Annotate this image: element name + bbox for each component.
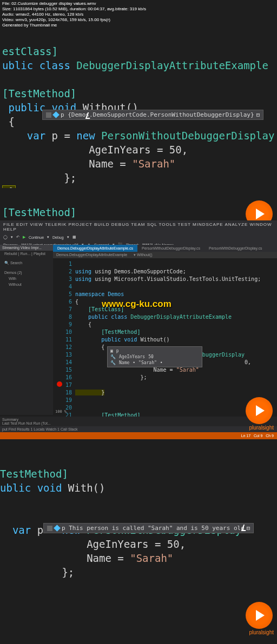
panel-1: File: 02.Customize debugger display valu… bbox=[0, 0, 277, 188]
play-button-3[interactable] bbox=[246, 602, 273, 629]
breadcrumb[interactable]: Demos.DebuggerDisplayAttributeExample ▾ … bbox=[53, 252, 277, 258]
pluralsight-label-2: pluralsight bbox=[249, 425, 274, 431]
vs-menu-bar[interactable]: FILE EDIT VIEW TELERIK PROJECT BUILD DEB… bbox=[0, 220, 277, 233]
play-button-2[interactable] bbox=[246, 397, 273, 424]
breakpoint-icon[interactable] bbox=[57, 381, 62, 387]
vs-editor[interactable]: Demos.DebuggerDisplayAttributeExample.cs… bbox=[53, 245, 277, 415]
vs-toolbar-1[interactable]: ◯▾↶▶ Continue ▾Debug ▾▦ bbox=[0, 233, 277, 241]
debugger-tooltip-3[interactable]: p This person is called "Sarah" and is 5… bbox=[43, 523, 254, 533]
meta-size: Size: 11031864 bytes (10.52 MiB), durati… bbox=[2, 6, 146, 12]
meta-file: File: 02.Customize debugger display valu… bbox=[2, 1, 146, 6]
vs-bottom-panels: Summary Last Test Run Not Run (Tot... pu… bbox=[0, 417, 277, 439]
expand-icon[interactable] bbox=[46, 112, 51, 118]
debugger-datatip[interactable]: ▣p 🔧AgeInYears50 🔧Name•"Sarah"• bbox=[107, 346, 202, 367]
zoom-level[interactable]: 100 % bbox=[53, 408, 69, 415]
pin-icon[interactable]: ⊟ bbox=[256, 111, 260, 118]
status-bar: Ln 17 Col 9 Ch 9 bbox=[0, 432, 277, 439]
editor-tabs[interactable]: Demos.DebuggerDisplayAttributeExample.cs… bbox=[53, 245, 277, 252]
meta-video: Video: wmv3, yuv420p, 1024x768, 159 kb/s… bbox=[2, 17, 146, 23]
meta-audio: Audio: wmav2, 44100 Hz, stereo, 128 kb/s bbox=[2, 12, 146, 17]
object-icon bbox=[52, 111, 60, 118]
test-explorer-sidebar[interactable]: Streaming Video Impr... Rebuild | Run...… bbox=[0, 245, 53, 415]
object-icon-3 bbox=[54, 525, 61, 532]
panel-2: [TestMethod] public void With() pluralsi… bbox=[0, 188, 277, 439]
bottom-tabs[interactable]: put Find Results 1 Locals Watch 1 Call S… bbox=[0, 426, 277, 432]
watermark: www.cg-ku.com bbox=[102, 299, 172, 310]
expand-icon-3[interactable] bbox=[47, 526, 52, 531]
panel-3: TestMethod] ublic void With() var p = ne… bbox=[0, 439, 277, 644]
code-block-3: TestMethod] ublic void With() var p = ne… bbox=[0, 439, 277, 593]
summary-panel[interactable]: Summary Last Test Run Not Run (Tot... bbox=[0, 417, 277, 426]
tooltip-text-3: p This person is called "Sarah" and is 5… bbox=[62, 525, 245, 532]
tab-3[interactable]: PersonWithDebuggerDisplay.cs bbox=[205, 245, 266, 252]
mouse-cursor-3 bbox=[242, 525, 249, 533]
mouse-cursor bbox=[87, 112, 93, 121]
video-metadata: File: 02.Customize debugger display valu… bbox=[0, 0, 148, 29]
visual-studio-ide: FILE EDIT VIEW TELERIK PROJECT BUILD DEB… bbox=[0, 220, 277, 439]
tab-active[interactable]: Demos.DebuggerDisplayAttributeExample.cs bbox=[53, 245, 137, 252]
debugger-tooltip-1[interactable]: p {Demos.DemoSupportCode.PersonWithoutDe… bbox=[42, 110, 263, 120]
pluralsight-label-3: pluralsight bbox=[249, 629, 274, 635]
sidebar-header: Streaming Video Impr... bbox=[0, 245, 53, 251]
meta-gen: Generated by Thumbnail me bbox=[2, 23, 146, 28]
tab-2[interactable]: PersonWithoutDebuggerDisplay.cs bbox=[137, 245, 205, 252]
